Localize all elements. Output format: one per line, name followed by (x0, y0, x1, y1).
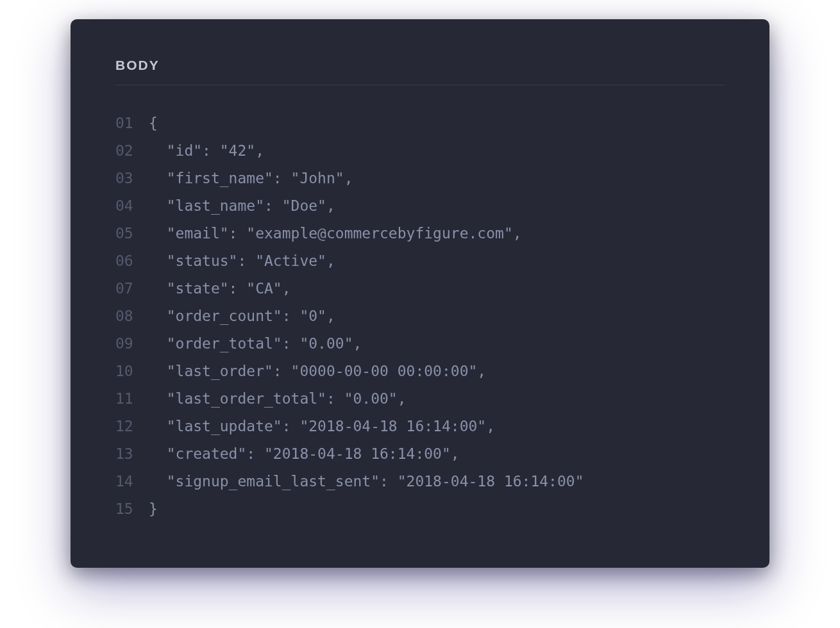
line-number: 13 (115, 440, 149, 468)
line-content: "state": "CA", (149, 275, 291, 302)
code-block[interactable]: 01{02 "id": "42",03 "first_name": "John"… (115, 110, 725, 523)
line-content: } (149, 495, 158, 523)
panel-title: BODY (115, 58, 725, 85)
code-line: 04 "last_name": "Doe", (115, 192, 725, 220)
line-number: 04 (115, 192, 149, 220)
code-line: 07 "state": "CA", (115, 275, 725, 302)
line-number: 09 (115, 330, 149, 358)
line-number: 01 (115, 110, 149, 137)
line-content: "created": "2018-04-18 16:14:00", (149, 440, 460, 468)
line-number: 08 (115, 302, 149, 330)
code-line: 03 "first_name": "John", (115, 165, 725, 192)
line-number: 02 (115, 137, 149, 165)
line-content: "email": "example@commercebyfigure.com", (149, 220, 522, 247)
line-number: 06 (115, 247, 149, 275)
line-content: "status": "Active", (149, 247, 335, 275)
line-content: "last_order": "0000-00-00 00:00:00", (149, 358, 486, 385)
line-content: "last_name": "Doe", (149, 192, 335, 220)
code-line: 10 "last_order": "0000-00-00 00:00:00", (115, 358, 725, 385)
line-content: "signup_email_last_sent": "2018-04-18 16… (149, 468, 584, 495)
code-line: 09 "order_total": "0.00", (115, 330, 725, 358)
line-number: 11 (115, 385, 149, 413)
code-line: 15} (115, 495, 725, 523)
line-content: "id": "42", (149, 137, 264, 165)
line-content: "first_name": "John", (149, 165, 353, 192)
line-number: 12 (115, 413, 149, 440)
code-line: 11 "last_order_total": "0.00", (115, 385, 725, 413)
code-line: 13 "created": "2018-04-18 16:14:00", (115, 440, 725, 468)
line-number: 03 (115, 165, 149, 192)
code-line: 12 "last_update": "2018-04-18 16:14:00", (115, 413, 725, 440)
line-content: "last_order_total": "0.00", (149, 385, 407, 413)
line-number: 05 (115, 220, 149, 247)
code-line: 05 "email": "example@commercebyfigure.co… (115, 220, 725, 247)
line-number: 15 (115, 495, 149, 523)
line-content: "order_total": "0.00", (149, 330, 362, 358)
code-line: 14 "signup_email_last_sent": "2018-04-18… (115, 468, 725, 495)
line-content: "last_update": "2018-04-18 16:14:00", (149, 413, 495, 440)
code-line: 08 "order_count": "0", (115, 302, 725, 330)
code-line: 02 "id": "42", (115, 137, 725, 165)
body-panel: BODY 01{02 "id": "42",03 "first_name": "… (71, 19, 769, 568)
code-line: 01{ (115, 110, 725, 137)
line-number: 14 (115, 468, 149, 495)
line-content: { (149, 110, 158, 137)
line-content: "order_count": "0", (149, 302, 335, 330)
line-number: 07 (115, 275, 149, 302)
line-number: 10 (115, 358, 149, 385)
code-line: 06 "status": "Active", (115, 247, 725, 275)
